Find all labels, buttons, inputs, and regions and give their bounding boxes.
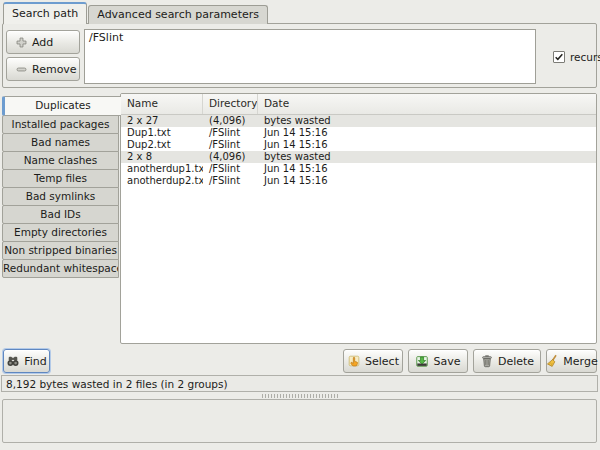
- cell-name: anotherdup1.txt: [121, 163, 203, 175]
- merge-button-label: Merge: [563, 355, 597, 368]
- checkmark-icon: [554, 52, 564, 62]
- results-panel: Name Directory Date 2 x 27(4,096)bytes w…: [120, 93, 597, 344]
- remove-button[interactable]: Remove: [6, 57, 80, 81]
- sidebar-item-installed-packages[interactable]: Installed packages: [2, 115, 119, 134]
- cell-date: Jun 14 15:16: [258, 163, 596, 175]
- cell-name: Dup2.txt: [121, 139, 203, 151]
- table-header: Name Directory Date: [121, 94, 596, 115]
- file-row[interactable]: Dup2.txt/FSlintJun 14 15:16: [121, 139, 596, 151]
- sidebar-item-bad-ids[interactable]: Bad IDs: [2, 205, 119, 224]
- file-row[interactable]: anotherdup2.txt/FSlintJun 14 15:16: [121, 175, 596, 187]
- column-header-date[interactable]: Date: [258, 94, 596, 114]
- cell-directory: (4,096): [203, 115, 258, 127]
- tab-search-path[interactable]: Search path: [3, 2, 87, 24]
- table-body: 2 x 27(4,096)bytes wastedDup1.txt/FSlint…: [121, 115, 596, 187]
- minus-icon: [15, 63, 28, 76]
- delete-button[interactable]: Delete: [473, 349, 541, 373]
- save-button-label: Save: [433, 355, 460, 368]
- delete-button-label: Delete: [498, 355, 534, 368]
- sidebar-item-temp-files[interactable]: Temp files: [2, 169, 119, 188]
- output-panel: [2, 399, 597, 443]
- cell-date: Jun 14 15:16: [258, 139, 596, 151]
- cell-name: 2 x 8: [121, 151, 203, 163]
- group-summary-row[interactable]: 2 x 27(4,096)bytes wasted: [121, 115, 596, 127]
- save-arrow-icon: [415, 354, 429, 368]
- sidebar-item-bad-names[interactable]: Bad names: [2, 133, 119, 152]
- status-bar: 8,192 bytes wasted in 2 files (in 2 grou…: [1, 375, 598, 392]
- top-tabbar: Search pathAdvanced search parameters: [3, 2, 269, 24]
- remove-button-label: Remove: [32, 63, 77, 76]
- recurse-label: recurse?: [570, 51, 600, 63]
- sidebar-item-non-stripped-binaries[interactable]: Non stripped binaries: [2, 241, 119, 260]
- sidebar-item-empty-directories[interactable]: Empty directories: [2, 223, 119, 242]
- search-path-list[interactable]: /FSlint: [84, 29, 536, 84]
- select-button-label: Select: [365, 355, 399, 368]
- status-text: 8,192 bytes wasted in 2 files (in 2 grou…: [6, 378, 228, 390]
- cell-name: anotherdup2.txt: [121, 175, 203, 187]
- broom-icon: [545, 354, 559, 368]
- column-header-name[interactable]: Name: [121, 94, 203, 114]
- cell-directory: /FSlint: [203, 175, 258, 187]
- cell-date: Jun 14 15:16: [258, 175, 596, 187]
- cell-date: Jun 14 15:16: [258, 127, 596, 139]
- sidebar-item-duplicates[interactable]: Duplicates: [2, 96, 121, 116]
- pane-resize-handle[interactable]: [262, 394, 338, 398]
- cell-date: bytes wasted: [258, 115, 596, 127]
- fslint-window: Search pathAdvanced search parameters Ad…: [0, 0, 600, 450]
- search-path-panel: Add Remove /FSlint recurse?: [2, 23, 597, 88]
- cell-directory: /FSlint: [203, 127, 258, 139]
- column-header-directory[interactable]: Directory: [203, 94, 258, 114]
- merge-button[interactable]: Merge: [546, 349, 597, 373]
- sidebar-item-bad-symlinks[interactable]: Bad symlinks: [2, 187, 119, 206]
- search-path-entry[interactable]: /FSlint: [89, 31, 531, 44]
- file-row[interactable]: Dup1.txt/FSlintJun 14 15:16: [121, 127, 596, 139]
- recurse-checkbox[interactable]: [553, 51, 565, 63]
- binoculars-icon: [6, 354, 20, 368]
- pointing-hand-icon: [347, 354, 361, 368]
- tab-advanced-search-parameters[interactable]: Advanced search parameters: [88, 5, 268, 24]
- find-button-label: Find: [24, 355, 47, 368]
- add-button-label: Add: [32, 36, 53, 49]
- file-row[interactable]: anotherdup1.txt/FSlintJun 14 15:16: [121, 163, 596, 175]
- find-button[interactable]: Find: [3, 349, 50, 373]
- trash-icon: [480, 354, 494, 368]
- lint-mode-tabs: DuplicatesInstalled packagesBad namesNam…: [2, 96, 122, 278]
- save-button[interactable]: Save: [408, 349, 468, 373]
- recurse-option: recurse?: [553, 51, 600, 63]
- group-summary-row[interactable]: 2 x 8(4,096)bytes wasted: [121, 151, 596, 163]
- cell-directory: /FSlint: [203, 163, 258, 175]
- cell-name: Dup1.txt: [121, 127, 203, 139]
- select-button[interactable]: Select: [343, 349, 403, 373]
- cell-name: 2 x 27: [121, 115, 203, 127]
- plus-icon: [15, 36, 28, 49]
- cell-directory: /FSlint: [203, 139, 258, 151]
- sidebar-item-name-clashes[interactable]: Name clashes: [2, 151, 119, 170]
- add-button[interactable]: Add: [6, 30, 80, 54]
- cell-directory: (4,096): [203, 151, 258, 163]
- sidebar-item-redundant-whitespace[interactable]: Redundant whitespace: [2, 259, 119, 278]
- cell-date: bytes wasted: [258, 151, 596, 163]
